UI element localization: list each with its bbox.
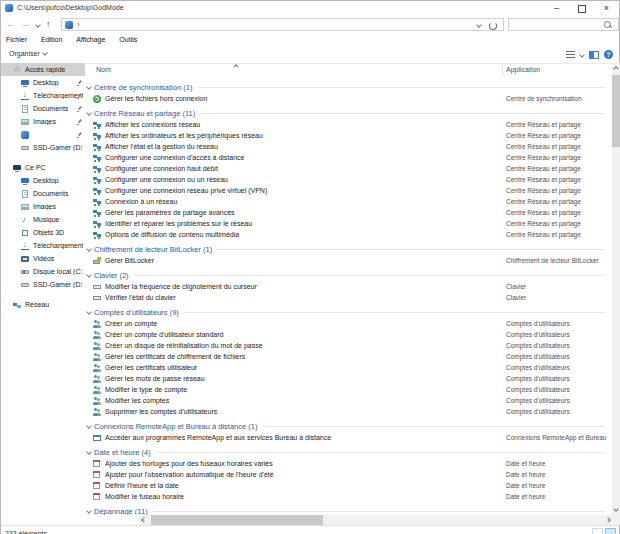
sidebar-item-desktop[interactable]: Desktop [1, 174, 85, 187]
group-collapse-icon[interactable] [86, 246, 92, 252]
view-dropdown-icon[interactable] [579, 52, 585, 58]
group-collapse-icon[interactable] [86, 508, 92, 514]
back-button[interactable]: ← [6, 18, 15, 31]
list-item[interactable]: Connexion à un réseauCentre Réseau et pa… [85, 196, 612, 207]
column-header-nom[interactable]: Nom [96, 66, 111, 73]
scroll-right-icon[interactable] [605, 517, 611, 523]
maximize-button[interactable] [569, 1, 594, 16]
group-collapse-icon[interactable] [86, 272, 92, 278]
organize-button[interactable]: Organiser [9, 50, 47, 57]
forward-button[interactable]: → [21, 18, 30, 31]
list-item[interactable]: Gérer les paramètres de partage avancésC… [85, 207, 612, 218]
sidebar-item-disque-local-c-[interactable]: Disque local (C:) [1, 265, 85, 278]
up-button[interactable]: ↑ [46, 18, 51, 31]
group-header[interactable]: Centre Réseau et partage (11) [85, 107, 612, 119]
list-item[interactable]: Configurer une connexion réseau privé vi… [85, 185, 612, 196]
group-header[interactable]: Comptes d'utilisateurs (9) [85, 306, 612, 318]
column-header-application[interactable]: Application [506, 66, 540, 73]
menu-item-edition[interactable]: Edition [41, 33, 62, 46]
column-separator[interactable] [502, 64, 503, 77]
list-item[interactable]: Afficher les ordinateurs et les périphér… [85, 130, 612, 141]
recent-locations-icon[interactable] [35, 22, 41, 28]
view-icons-toggle[interactable] [605, 528, 616, 534]
close-button[interactable]: × [594, 1, 619, 16]
menu-item-fichier[interactable]: Fichier [6, 33, 27, 46]
sidebar-item-t-l-chargements[interactable]: Téléchargements [1, 89, 85, 102]
breadcrumb[interactable]: › [77, 19, 80, 30]
sidebar-item-r-seau[interactable]: Réseau [1, 298, 85, 311]
preview-pane-icon[interactable] [589, 51, 599, 59]
list-item[interactable]: Gérer les certificats de chiffrement de … [85, 351, 612, 362]
address-dropdown-icon[interactable] [476, 22, 482, 28]
scroll-left-icon[interactable] [141, 517, 147, 523]
list-item[interactable]: Créer un compteComptes d'utilisateurs [85, 318, 612, 329]
list-item[interactable]: Gérer BitLockerChiffrement de lecteur Bi… [85, 255, 612, 266]
list-item[interactable]: Modifier le fuseau horaireDate et heure [85, 491, 612, 502]
list-item[interactable]: Modifier le type de compteComptes d'util… [85, 384, 612, 395]
list-item[interactable]: Ajouter des horloges pour des fuseaux ho… [85, 458, 612, 469]
minimize-button[interactable]: – [544, 1, 569, 16]
list-item[interactable]: Configurer une connexion d'accès à dista… [85, 152, 612, 163]
list-item[interactable]: Accéder aux programmes RemoteApp et aux … [85, 432, 612, 443]
sidebar-item-acc-s-rapide[interactable]: Accès rapide [1, 63, 85, 76]
horizontal-scrollbar[interactable] [139, 515, 613, 525]
group-header[interactable]: Centre de synchronisation (1) [85, 81, 612, 93]
list-item[interactable]: Modifier les comptesComptes d'utilisateu… [85, 395, 612, 406]
group-header[interactable]: Clavier (2) [85, 269, 612, 281]
sidebar-item-musique[interactable]: Musique [1, 213, 85, 226]
address-bar[interactable]: › [61, 18, 504, 31]
list-item[interactable]: Afficher l'état et la gestion du réseauC… [85, 141, 612, 152]
sidebar-item-ce-pc[interactable]: Ce PC [1, 161, 85, 174]
list-item[interactable]: Gérer les fichiers hors connexionCentre … [85, 93, 612, 104]
sidebar-item-documents[interactable]: Documents [1, 102, 85, 115]
list-item[interactable]: Créer un disque de réinitialisation du m… [85, 340, 612, 351]
group-header[interactable]: Chiffrement de lecteur BitLocker (1) [85, 243, 612, 255]
search-input[interactable] [511, 19, 603, 30]
list-item[interactable]: Vérifier l'état du clavierClavier [85, 292, 612, 303]
list-item[interactable]: Modifier la fréquence de clignotement du… [85, 281, 612, 292]
group-collapse-icon[interactable] [86, 309, 92, 315]
refresh-icon[interactable] [489, 22, 497, 30]
sidebar-item-images[interactable]: Images [1, 115, 85, 128]
list-item[interactable]: Créer un compte d'utilisateur standardCo… [85, 329, 612, 340]
list-item[interactable]: Définir l'heure et la dateDate et heure [85, 480, 612, 491]
menu-item-outils[interactable]: Outils [119, 33, 137, 46]
list-item[interactable]: Gérer les certificats utilisateurComptes… [85, 362, 612, 373]
list-item[interactable]: Afficher les connexions réseauCentre Rés… [85, 119, 612, 130]
sidebar-item-desktop[interactable]: Desktop [1, 76, 85, 89]
sidebar-item-ssd-gamer-d-[interactable]: SSD-Gamer (D:) [1, 278, 85, 291]
view-details-toggle[interactable] [592, 528, 603, 534]
group-collapse-icon[interactable] [86, 110, 92, 116]
list-item-label: Configurer une connexion d'accès à dista… [105, 154, 244, 161]
list-item[interactable]: Ajuster pour l'observation automatique d… [85, 469, 612, 480]
search-box[interactable] [508, 18, 619, 31]
vertical-scrollbar[interactable] [612, 63, 620, 515]
horizontal-scrollbar-thumb[interactable] [151, 515, 323, 525]
menu-item-affichage[interactable]: Affichage [76, 33, 105, 46]
group-header[interactable]: Dépannage (11) [85, 505, 612, 515]
list-item[interactable]: Identifier et réparer les problèmes sur … [85, 218, 612, 229]
list-item[interactable]: Gérer les mots de passe réseauComptes d'… [85, 373, 612, 384]
list-item[interactable]: Supprimer les comptes d'utilisateursComp… [85, 406, 612, 417]
group-collapse-icon[interactable] [86, 449, 92, 455]
sidebar-item-ssd-gamer-d-[interactable]: SSD-Gamer (D:) [1, 141, 85, 154]
help-icon[interactable]: ? [604, 50, 613, 59]
list-item[interactable]: Configurer une connexion ou un réseauCen… [85, 174, 612, 185]
scroll-down-icon[interactable] [613, 506, 619, 512]
sidebar-item-vid-os[interactable]: Vidéos [1, 252, 85, 265]
sidebar-item-objets-3d[interactable]: Objets 3D [1, 226, 85, 239]
sidebar-item-godmode[interactable] [1, 128, 85, 141]
view-list-icon[interactable] [566, 51, 575, 59]
scroll-up-icon[interactable] [613, 66, 619, 72]
vertical-scrollbar-thumb[interactable] [612, 75, 620, 147]
list-item[interactable]: Configurer une connexion haut débitCentr… [85, 163, 612, 174]
sidebar-item-t-l-chargements[interactable]: Téléchargements [1, 239, 85, 252]
group-header[interactable]: Connexions RemoteApp et Bureau à distanc… [85, 420, 612, 432]
list-item[interactable]: Options de diffusion de contenu multiméd… [85, 229, 612, 240]
sidebar-item-documents[interactable]: Documents [1, 187, 85, 200]
group-collapse-icon[interactable] [86, 423, 92, 429]
application-cell: Comptes d'utilisateurs [506, 406, 607, 417]
group-collapse-icon[interactable] [86, 84, 92, 90]
group-header[interactable]: Date et heure (4) [85, 446, 612, 458]
sidebar-item-images[interactable]: Images [1, 200, 85, 213]
